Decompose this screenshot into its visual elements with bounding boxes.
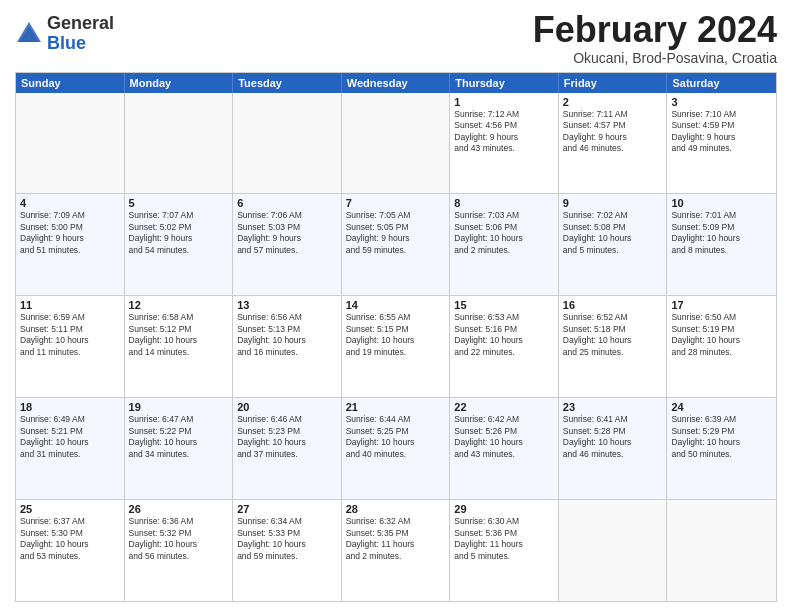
day-number: 26 — [129, 503, 229, 515]
calendar-row-4: 18Sunrise: 6:49 AM Sunset: 5:21 PM Dayli… — [16, 397, 776, 499]
cal-cell: 17Sunrise: 6:50 AM Sunset: 5:19 PM Dayli… — [667, 296, 776, 397]
calendar-row-3: 11Sunrise: 6:59 AM Sunset: 5:11 PM Dayli… — [16, 295, 776, 397]
calendar: SundayMondayTuesdayWednesdayThursdayFrid… — [15, 72, 777, 602]
calendar-row-2: 4Sunrise: 7:09 AM Sunset: 5:00 PM Daylig… — [16, 193, 776, 295]
day-info: Sunrise: 7:06 AM Sunset: 5:03 PM Dayligh… — [237, 210, 337, 256]
cal-cell: 7Sunrise: 7:05 AM Sunset: 5:05 PM Daylig… — [342, 194, 451, 295]
day-info: Sunrise: 6:44 AM Sunset: 5:25 PM Dayligh… — [346, 414, 446, 460]
day-info: Sunrise: 6:55 AM Sunset: 5:15 PM Dayligh… — [346, 312, 446, 358]
day-info: Sunrise: 7:02 AM Sunset: 5:08 PM Dayligh… — [563, 210, 663, 256]
cal-cell: 14Sunrise: 6:55 AM Sunset: 5:15 PM Dayli… — [342, 296, 451, 397]
cal-cell — [342, 93, 451, 194]
logo: General Blue — [15, 14, 114, 54]
calendar-header-row: SundayMondayTuesdayWednesdayThursdayFrid… — [16, 73, 776, 93]
day-number: 17 — [671, 299, 772, 311]
day-number: 1 — [454, 96, 554, 108]
cal-cell: 20Sunrise: 6:46 AM Sunset: 5:23 PM Dayli… — [233, 398, 342, 499]
day-info: Sunrise: 6:46 AM Sunset: 5:23 PM Dayligh… — [237, 414, 337, 460]
day-info: Sunrise: 6:49 AM Sunset: 5:21 PM Dayligh… — [20, 414, 120, 460]
cal-cell: 10Sunrise: 7:01 AM Sunset: 5:09 PM Dayli… — [667, 194, 776, 295]
cal-cell: 28Sunrise: 6:32 AM Sunset: 5:35 PM Dayli… — [342, 500, 451, 601]
day-info: Sunrise: 7:10 AM Sunset: 4:59 PM Dayligh… — [671, 109, 772, 155]
day-number: 11 — [20, 299, 120, 311]
day-number: 18 — [20, 401, 120, 413]
cal-cell: 6Sunrise: 7:06 AM Sunset: 5:03 PM Daylig… — [233, 194, 342, 295]
cal-cell: 16Sunrise: 6:52 AM Sunset: 5:18 PM Dayli… — [559, 296, 668, 397]
day-number: 25 — [20, 503, 120, 515]
cal-cell: 22Sunrise: 6:42 AM Sunset: 5:26 PM Dayli… — [450, 398, 559, 499]
cal-cell: 23Sunrise: 6:41 AM Sunset: 5:28 PM Dayli… — [559, 398, 668, 499]
day-number: 29 — [454, 503, 554, 515]
day-info: Sunrise: 6:32 AM Sunset: 5:35 PM Dayligh… — [346, 516, 446, 562]
calendar-row-1: 1Sunrise: 7:12 AM Sunset: 4:56 PM Daylig… — [16, 93, 776, 194]
cal-cell: 12Sunrise: 6:58 AM Sunset: 5:12 PM Dayli… — [125, 296, 234, 397]
day-info: Sunrise: 6:41 AM Sunset: 5:28 PM Dayligh… — [563, 414, 663, 460]
cal-cell: 18Sunrise: 6:49 AM Sunset: 5:21 PM Dayli… — [16, 398, 125, 499]
day-info: Sunrise: 6:52 AM Sunset: 5:18 PM Dayligh… — [563, 312, 663, 358]
header: General Blue February 2024 Okucani, Brod… — [15, 10, 777, 66]
page: General Blue February 2024 Okucani, Brod… — [0, 0, 792, 612]
day-info: Sunrise: 7:05 AM Sunset: 5:05 PM Dayligh… — [346, 210, 446, 256]
logo-blue: Blue — [47, 34, 114, 54]
calendar-row-5: 25Sunrise: 6:37 AM Sunset: 5:30 PM Dayli… — [16, 499, 776, 601]
cal-cell: 26Sunrise: 6:36 AM Sunset: 5:32 PM Dayli… — [125, 500, 234, 601]
day-info: Sunrise: 6:39 AM Sunset: 5:29 PM Dayligh… — [671, 414, 772, 460]
day-info: Sunrise: 6:36 AM Sunset: 5:32 PM Dayligh… — [129, 516, 229, 562]
cal-cell: 2Sunrise: 7:11 AM Sunset: 4:57 PM Daylig… — [559, 93, 668, 194]
cal-cell: 13Sunrise: 6:56 AM Sunset: 5:13 PM Dayli… — [233, 296, 342, 397]
day-number: 5 — [129, 197, 229, 209]
cal-header-thursday: Thursday — [450, 73, 559, 93]
cal-cell — [16, 93, 125, 194]
cal-header-tuesday: Tuesday — [233, 73, 342, 93]
day-info: Sunrise: 6:42 AM Sunset: 5:26 PM Dayligh… — [454, 414, 554, 460]
day-number: 7 — [346, 197, 446, 209]
month-title: February 2024 — [533, 10, 777, 50]
day-number: 19 — [129, 401, 229, 413]
day-info: Sunrise: 6:47 AM Sunset: 5:22 PM Dayligh… — [129, 414, 229, 460]
cal-cell — [125, 93, 234, 194]
subtitle: Okucani, Brod-Posavina, Croatia — [533, 50, 777, 66]
cal-cell: 5Sunrise: 7:07 AM Sunset: 5:02 PM Daylig… — [125, 194, 234, 295]
cal-cell: 24Sunrise: 6:39 AM Sunset: 5:29 PM Dayli… — [667, 398, 776, 499]
cal-header-wednesday: Wednesday — [342, 73, 451, 93]
day-info: Sunrise: 7:12 AM Sunset: 4:56 PM Dayligh… — [454, 109, 554, 155]
day-info: Sunrise: 6:30 AM Sunset: 5:36 PM Dayligh… — [454, 516, 554, 562]
day-number: 15 — [454, 299, 554, 311]
day-info: Sunrise: 6:59 AM Sunset: 5:11 PM Dayligh… — [20, 312, 120, 358]
cal-cell: 8Sunrise: 7:03 AM Sunset: 5:06 PM Daylig… — [450, 194, 559, 295]
calendar-body: 1Sunrise: 7:12 AM Sunset: 4:56 PM Daylig… — [16, 93, 776, 601]
day-info: Sunrise: 7:07 AM Sunset: 5:02 PM Dayligh… — [129, 210, 229, 256]
day-info: Sunrise: 6:56 AM Sunset: 5:13 PM Dayligh… — [237, 312, 337, 358]
day-info: Sunrise: 6:53 AM Sunset: 5:16 PM Dayligh… — [454, 312, 554, 358]
day-number: 8 — [454, 197, 554, 209]
cal-cell — [559, 500, 668, 601]
day-info: Sunrise: 6:58 AM Sunset: 5:12 PM Dayligh… — [129, 312, 229, 358]
cal-cell: 29Sunrise: 6:30 AM Sunset: 5:36 PM Dayli… — [450, 500, 559, 601]
logo-text: General Blue — [47, 14, 114, 54]
logo-icon — [15, 20, 43, 48]
day-number: 16 — [563, 299, 663, 311]
day-number: 2 — [563, 96, 663, 108]
cal-cell: 27Sunrise: 6:34 AM Sunset: 5:33 PM Dayli… — [233, 500, 342, 601]
day-number: 20 — [237, 401, 337, 413]
day-info: Sunrise: 6:50 AM Sunset: 5:19 PM Dayligh… — [671, 312, 772, 358]
day-number: 21 — [346, 401, 446, 413]
cal-cell: 4Sunrise: 7:09 AM Sunset: 5:00 PM Daylig… — [16, 194, 125, 295]
day-info: Sunrise: 6:37 AM Sunset: 5:30 PM Dayligh… — [20, 516, 120, 562]
day-number: 23 — [563, 401, 663, 413]
day-number: 24 — [671, 401, 772, 413]
logo-general: General — [47, 14, 114, 34]
day-info: Sunrise: 7:11 AM Sunset: 4:57 PM Dayligh… — [563, 109, 663, 155]
day-info: Sunrise: 7:01 AM Sunset: 5:09 PM Dayligh… — [671, 210, 772, 256]
day-number: 4 — [20, 197, 120, 209]
day-info: Sunrise: 6:34 AM Sunset: 5:33 PM Dayligh… — [237, 516, 337, 562]
day-number: 28 — [346, 503, 446, 515]
cal-header-saturday: Saturday — [667, 73, 776, 93]
title-block: February 2024 Okucani, Brod-Posavina, Cr… — [533, 10, 777, 66]
cal-header-monday: Monday — [125, 73, 234, 93]
cal-header-sunday: Sunday — [16, 73, 125, 93]
day-info: Sunrise: 7:09 AM Sunset: 5:00 PM Dayligh… — [20, 210, 120, 256]
cal-cell — [667, 500, 776, 601]
day-number: 13 — [237, 299, 337, 311]
cal-cell — [233, 93, 342, 194]
